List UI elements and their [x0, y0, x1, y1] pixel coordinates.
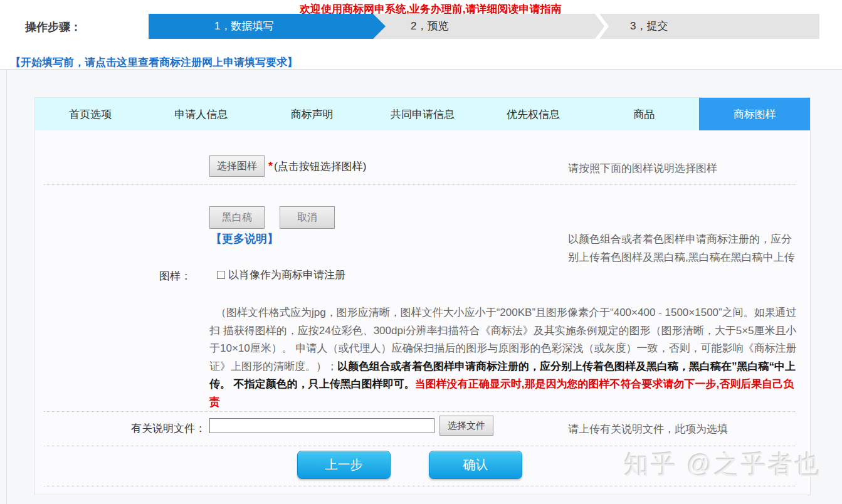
divider — [44, 184, 796, 185]
tab-bar: 首页选项 申请人信息 商标声明 共同申请信息 优先权信息 商品 商标图样 — [35, 98, 810, 130]
color-combination-note: 以颜色组合或者着色图样申请商标注册的，应分别上传着色图样及黑白稿,黑白稿在黑白稿… — [568, 230, 801, 266]
portrait-checkbox[interactable] — [217, 271, 225, 279]
tab-goods[interactable]: 商品 — [589, 98, 700, 130]
doc-upload-note: 请上传有关说明文件，此项为选填 — [568, 420, 806, 438]
bw-draft-button[interactable]: 黑白稿 — [209, 206, 265, 229]
tab-joint-application-info[interactable]: 共同申请信息 — [367, 98, 478, 130]
tab-priority-info[interactable]: 优先权信息 — [478, 98, 589, 130]
step-2-preview: 2，预览 — [411, 14, 448, 39]
step-1-data-entry: 1，数据填写 — [214, 14, 273, 39]
pre-fill-requirements-link[interactable]: 【开始填写前，请点击这里查看商标注册网上申请填写要求】 — [10, 55, 298, 70]
description-file-input[interactable] — [209, 418, 434, 433]
step-3-submit: 3，提交 — [630, 14, 668, 39]
image-field-label: 图样： — [159, 269, 191, 283]
doc-field-label: 有关说明文件： — [103, 421, 206, 436]
cancel-button[interactable]: 取消 — [280, 206, 335, 229]
choose-file-button[interactable]: 选择文件 — [439, 416, 493, 436]
tab-applicant-info[interactable]: 申请人信息 — [146, 98, 257, 130]
more-info-link[interactable]: 【更多说明】 — [211, 231, 278, 246]
image-requirements-paragraph: （图样文件格式应为jpg，图形应清晰，图样文件大小应小于“200KB”且图形像素… — [209, 304, 799, 411]
steps-progress-bar: 1，数据填写 2，预览 3，提交 — [149, 14, 819, 39]
divider — [44, 411, 796, 412]
form-panel: 首页选项 申请人信息 商标声明 共同申请信息 优先权信息 商品 商标图样 选择图… — [34, 97, 811, 495]
select-image-button[interactable]: 选择图样 — [209, 155, 265, 177]
confirm-button[interactable]: 确认 — [429, 451, 522, 479]
trademark-application-page: 欢迎使用商标网申系统,业务办理前,请详细阅读申请指南 操作步骤： 1，数据填写 … — [0, 0, 842, 504]
required-asterisk: * — [268, 160, 273, 172]
tab-trademark-image[interactable]: 商标图样 — [699, 98, 810, 130]
select-image-hint-row: *(点击按钮选择图样) — [268, 159, 366, 174]
portrait-checkbox-label: 以肖像作为商标申请注册 — [228, 268, 345, 282]
steps-label: 操作步骤： — [25, 19, 82, 34]
portrait-checkbox-row: 以肖像作为商标申请注册 — [217, 268, 345, 282]
select-image-note: 请按照下面的图样说明选择图样 — [568, 159, 806, 177]
tab-homepage-options[interactable]: 首页选项 — [35, 98, 146, 130]
tab-trademark-declaration[interactable]: 商标声明 — [256, 98, 367, 130]
select-image-hint: (点击按钮选择图样) — [274, 160, 366, 172]
tab-content: 选择图样 *(点击按钮选择图样) 请按照下面的图样说明选择图样 黑白稿 取消 【… — [35, 130, 810, 495]
watermark: 知乎 @之乎者也 — [624, 448, 823, 482]
divider — [44, 446, 796, 446]
divider — [44, 486, 796, 486]
prev-step-button[interactable]: 上一步 — [297, 451, 391, 479]
outer-panel-border — [6, 70, 7, 504]
